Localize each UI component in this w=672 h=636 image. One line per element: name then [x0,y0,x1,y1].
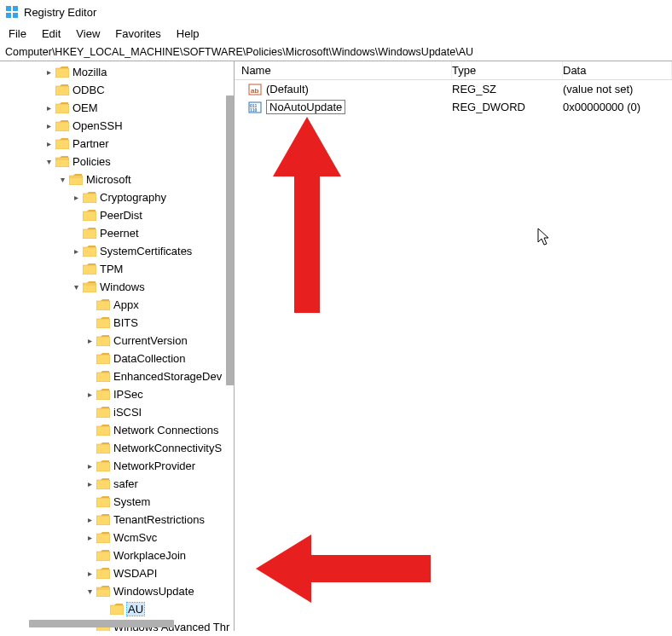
column-type[interactable]: Type [452,61,563,79]
expand-toggle-icon[interactable]: ▾ [70,282,82,292]
svg-rect-10 [69,176,83,185]
expand-toggle-icon[interactable]: ▸ [84,461,96,471]
tree-node[interactable]: ▸AU [0,600,234,618]
svg-rect-2 [6,13,11,18]
folder-icon [96,371,110,382]
expand-toggle-icon[interactable]: ▸ [70,211,82,220]
tree-node[interactable]: ▾Windows [0,278,234,296]
expand-toggle-icon[interactable]: ▸ [84,425,96,435]
expand-toggle-icon[interactable]: ▸ [84,300,96,309]
tree-node[interactable]: ▸EnhancedStorageDev [0,367,234,385]
tree-node[interactable]: ▾WindowsUpdate [0,582,234,600]
tree-node-label: Mozilla [72,66,107,78]
expand-toggle-icon[interactable]: ▸ [43,85,55,95]
tree-node[interactable]: ▸DataCollection [0,350,234,367]
expand-toggle-icon[interactable]: ▸ [84,551,96,560]
expand-toggle-icon[interactable]: ▸ [43,139,55,148]
vertical-scrollbar-thumb[interactable] [226,95,234,385]
address-bar[interactable]: Computer\HKEY_LOCAL_MACHINE\SOFTWARE\Pol… [0,43,672,61]
svg-rect-24 [96,426,110,436]
tree-node[interactable]: ▸Network Connections [0,421,234,439]
expand-toggle-icon[interactable]: ▾ [84,587,96,596]
expand-toggle-icon[interactable]: ▸ [43,67,55,77]
tree-node[interactable]: ▸Appx [0,296,234,314]
expand-toggle-icon[interactable]: ▸ [84,372,96,381]
menu-file[interactable]: File [9,27,26,40]
value-data: (value not set) [563,83,672,95]
tree-node[interactable]: ▸Partner [0,135,234,153]
tree-node[interactable]: ▸Peernet [0,224,234,242]
svg-rect-18 [96,319,110,328]
tree-node[interactable]: ▸PeerDist [0,206,234,224]
svg-rect-14 [83,247,96,257]
tree-node[interactable]: ▸OEM [0,99,234,117]
folder-icon [96,532,110,543]
tree-node[interactable]: ▸SystemCertificates [0,242,234,260]
svg-rect-25 [96,444,110,454]
content-area: ▸Mozilla▸ODBC▸OEM▸OpenSSH▸Partner▾Polici… [0,61,672,631]
menu-favorites[interactable]: Favorites [115,27,160,40]
value-name[interactable]: NoAutoUpdate [266,100,345,114]
tree-node[interactable]: ▸System [0,493,234,511]
tree-node[interactable]: ▸WorkplaceJoin [0,546,234,564]
tree-node[interactable]: ▸NetworkConnectivityS [0,439,234,457]
tree-node[interactable]: ▾Policies [0,153,234,171]
tree-node[interactable]: ▸Cryptography [0,188,234,206]
expand-toggle-icon[interactable]: ▸ [84,533,96,542]
expand-toggle-icon[interactable]: ▸ [84,569,96,578]
expand-toggle-icon[interactable]: ▸ [84,515,96,524]
svg-rect-12 [83,211,96,221]
expand-toggle-icon[interactable]: ▾ [43,157,55,166]
expand-toggle-icon[interactable]: ▸ [70,246,82,256]
tree-node[interactable]: ▸TPM [0,260,234,278]
expand-toggle-icon[interactable]: ▸ [84,497,96,506]
expand-toggle-icon[interactable]: ▾ [56,175,68,184]
tree-node[interactable]: ▸Mozilla [0,63,234,81]
expand-toggle-icon[interactable]: ▸ [84,479,96,489]
svg-rect-31 [96,552,110,561]
tree-view[interactable]: ▸Mozilla▸ODBC▸OEM▸OpenSSH▸Partner▾Polici… [0,61,234,631]
column-data[interactable]: Data [563,61,672,79]
expand-toggle-icon[interactable]: ▸ [84,354,96,363]
tree-node[interactable]: ▸iSCSI [0,403,234,421]
expand-toggle-icon[interactable]: ▸ [84,318,96,327]
tree-node[interactable]: ▸ODBC [0,81,234,99]
svg-rect-7 [55,122,69,131]
menu-edit[interactable]: Edit [42,27,61,40]
expand-toggle-icon[interactable]: ▸ [84,408,96,417]
tree-node-label: OEM [72,101,98,114]
horizontal-scrollbar-thumb[interactable] [29,620,174,627]
tree-node[interactable]: ▸IPSec [0,385,234,403]
svg-rect-15 [83,265,96,275]
expand-toggle-icon[interactable]: ▸ [97,604,109,614]
svg-rect-26 [96,462,110,471]
tree-node[interactable]: ▸WcmSvc [0,529,234,546]
folder-icon [96,478,110,489]
expand-toggle-icon[interactable]: ▸ [84,390,96,399]
tree-node[interactable]: ▸NetworkProvider [0,457,234,475]
expand-toggle-icon[interactable]: ▸ [43,103,55,113]
tree-node[interactable]: ▾Microsoft [0,171,234,188]
values-list[interactable]: ab(Default)REG_SZ(value not set)011110No… [235,80,672,116]
column-name[interactable]: Name [235,61,452,79]
expand-toggle-icon[interactable]: ▸ [70,264,82,274]
tree-node[interactable]: ▸BITS [0,314,234,332]
value-row[interactable]: 011110NoAutoUpdateREG_DWORD0x00000000 (0… [235,98,672,116]
tree-node[interactable]: ▸safer [0,475,234,493]
expand-toggle-icon[interactable]: ▸ [43,121,55,130]
expand-toggle-icon[interactable]: ▸ [84,336,96,345]
columns-header: Name Type Data [235,61,672,80]
menu-help[interactable]: Help [177,27,200,40]
svg-rect-21 [96,373,110,382]
tree-node[interactable]: ▸CurrentVersion [0,332,234,350]
expand-toggle-icon[interactable]: ▸ [70,193,82,202]
tree-node-label: TPM [100,263,123,275]
value-row[interactable]: ab(Default)REG_SZ(value not set) [235,80,672,98]
tree-node[interactable]: ▸WSDAPI [0,564,234,582]
menu-view[interactable]: View [76,27,100,40]
tree-node[interactable]: ▸OpenSSH [0,117,234,135]
tree-node[interactable]: ▸TenantRestrictions [0,511,234,529]
expand-toggle-icon[interactable]: ▸ [84,443,96,453]
expand-toggle-icon[interactable]: ▸ [70,228,82,238]
tree-node-label: WSDAPI [113,567,157,580]
